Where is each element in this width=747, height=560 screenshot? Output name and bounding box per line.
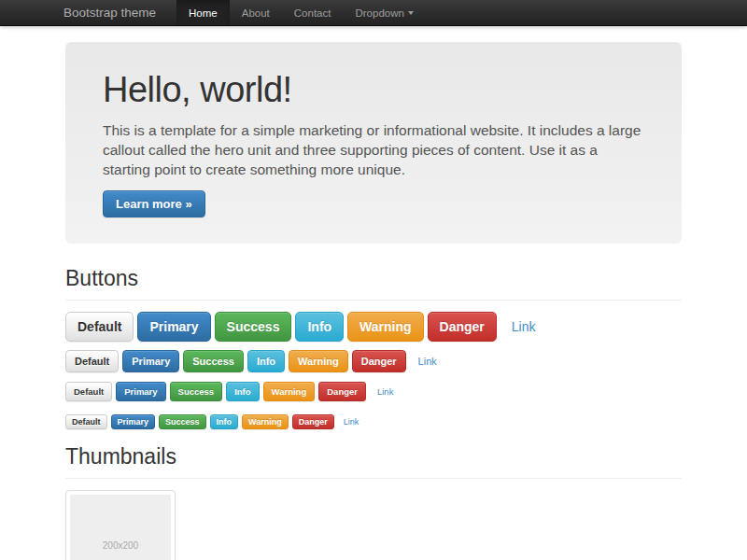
nav-item-home-label: Home (189, 0, 218, 26)
success-button-small[interactable]: Success (170, 382, 223, 401)
success-button-extra-small[interactable]: Success (159, 414, 206, 429)
navbar-brand[interactable]: Bootstrap theme (63, 0, 169, 25)
hero-unit: Hello, world! This is a template for a s… (65, 42, 682, 244)
danger-button-extra-small[interactable]: Danger (292, 414, 334, 429)
info-button-extra-small[interactable]: Info (210, 414, 239, 429)
thumbnails-heading: Thumbnails (65, 444, 682, 469)
default-button-large[interactable]: Default (65, 312, 134, 342)
button-rows: DefaultPrimarySuccessInfoWarningDangerLi… (65, 312, 682, 429)
caret-down-icon (408, 11, 414, 15)
success-button-large[interactable]: Success (215, 312, 292, 342)
link-button-extra-small[interactable]: Link (338, 415, 365, 428)
warning-button-default[interactable]: Warning (289, 350, 348, 372)
nav-item-contact[interactable]: Contact (282, 0, 344, 25)
thumbnails-section-header: Thumbnails (65, 444, 682, 479)
hero-description: This is a template for a simple marketin… (103, 120, 644, 179)
thumbnail-placeholder-label: 200x200 (103, 540, 138, 551)
button-row-extra-small: DefaultPrimarySuccessInfoWarningDangerLi… (65, 413, 682, 429)
info-button-large[interactable]: Info (295, 312, 344, 342)
navbar: Bootstrap theme Home About Contact Dropd… (0, 0, 747, 26)
nav-item-dropdown-label: Dropdown (355, 0, 403, 26)
button-row-small: DefaultPrimarySuccessInfoWarningDangerLi… (65, 382, 682, 401)
thumbnail-placeholder-image: 200x200 (70, 495, 171, 560)
link-button-large[interactable]: Link (500, 313, 547, 341)
default-button-small[interactable]: Default (65, 382, 112, 401)
danger-button-small[interactable]: Danger (318, 382, 366, 401)
nav-item-home[interactable]: Home (176, 0, 230, 25)
link-button-default[interactable]: Link (410, 351, 445, 371)
button-row-large: DefaultPrimarySuccessInfoWarningDangerLi… (65, 312, 682, 342)
primary-button-large[interactable]: Primary (137, 312, 210, 342)
info-button-small[interactable]: Info (226, 382, 259, 401)
buttons-section-header: Buttons (65, 266, 682, 301)
danger-button-default[interactable]: Danger (352, 350, 406, 372)
default-button-default[interactable]: Default (65, 350, 119, 372)
danger-button-large[interactable]: Danger (428, 312, 497, 342)
warning-button-extra-small[interactable]: Warning (242, 414, 289, 429)
nav-item-about[interactable]: About (230, 0, 282, 25)
nav-item-contact-label: Contact (294, 0, 331, 26)
warning-button-large[interactable]: Warning (347, 312, 423, 342)
hero-title: Hello, world! (103, 72, 644, 109)
thumbnail[interactable]: 200x200 (65, 490, 176, 560)
nav-item-about-label: About (242, 0, 270, 26)
primary-button-small[interactable]: Primary (116, 382, 165, 401)
default-button-extra-small[interactable]: Default (65, 414, 107, 429)
button-row-default: DefaultPrimarySuccessInfoWarningDangerLi… (65, 350, 682, 372)
warning-button-small[interactable]: Warning (263, 382, 316, 401)
success-button-default[interactable]: Success (183, 350, 244, 372)
primary-button-default[interactable]: Primary (122, 350, 179, 372)
buttons-heading: Buttons (65, 266, 682, 291)
learn-more-button[interactable]: Learn more » (103, 190, 205, 217)
info-button-default[interactable]: Info (247, 350, 285, 372)
navbar-nav: Home About Contact Dropdown (176, 0, 426, 25)
primary-button-extra-small[interactable]: Primary (111, 414, 156, 429)
link-button-small[interactable]: Link (370, 383, 401, 400)
nav-item-dropdown[interactable]: Dropdown (343, 0, 425, 25)
